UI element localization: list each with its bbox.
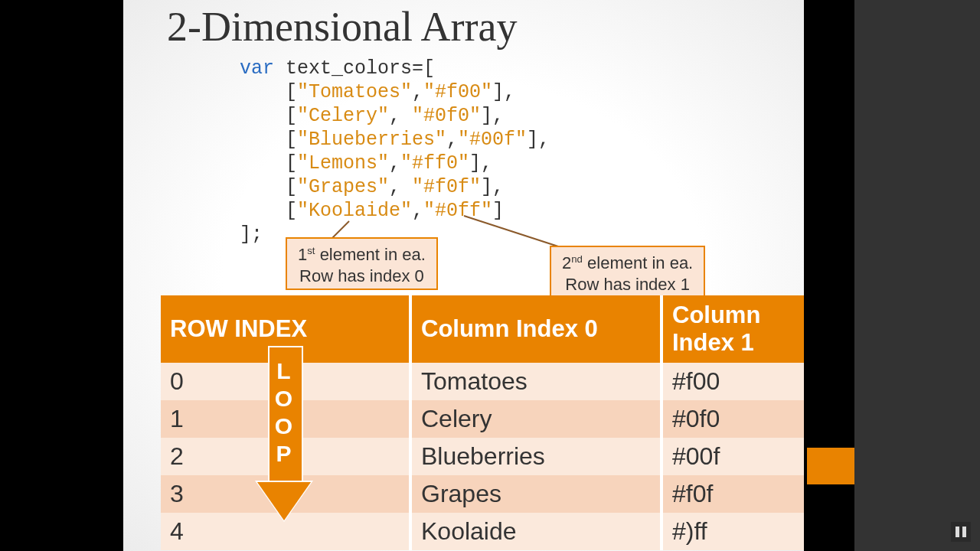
table-header: Column Index 1 — [662, 295, 804, 363]
sidebar-right — [854, 0, 980, 551]
callout-second-element: 2nd element in ea.Row has index 1 — [550, 246, 705, 298]
code-block: var text_colors=[ ["Tomatoes","#f00"], [… — [240, 57, 550, 246]
loop-label: LOOP — [268, 357, 300, 468]
table-cell: Tomatoes — [410, 363, 662, 400]
table-cell: #f00 — [662, 363, 804, 400]
pause-button[interactable] — [951, 522, 971, 542]
table-cell: #)ff — [662, 513, 804, 550]
next-slide-peek — [807, 448, 854, 484]
callout-first-element: 1st element in ea.Row has index 0 — [286, 237, 438, 290]
table-cell: Celery — [410, 400, 662, 438]
table-cell: #0f0 — [662, 400, 804, 438]
callout-text: 2nd element in ea.Row has index 1 — [562, 253, 693, 294]
table-header: Column Index 0 — [410, 295, 662, 363]
loop-arrow: LOOP — [257, 346, 311, 530]
table-cell: Koolaide — [410, 513, 662, 550]
table-cell: Blueberries — [410, 438, 662, 475]
table-cell: Grapes — [410, 475, 662, 513]
table-cell: #00f — [662, 438, 804, 475]
table-cell: #f0f — [662, 475, 804, 513]
callout-text: 1st element in ea.Row has index 0 — [298, 245, 426, 285]
slide-content: 2-Dimensional Array var text_colors=[ ["… — [123, 0, 804, 551]
video-stage: 2-Dimensional Array var text_colors=[ ["… — [0, 0, 980, 551]
slide-title: 2-Dimensional Array — [167, 3, 517, 51]
